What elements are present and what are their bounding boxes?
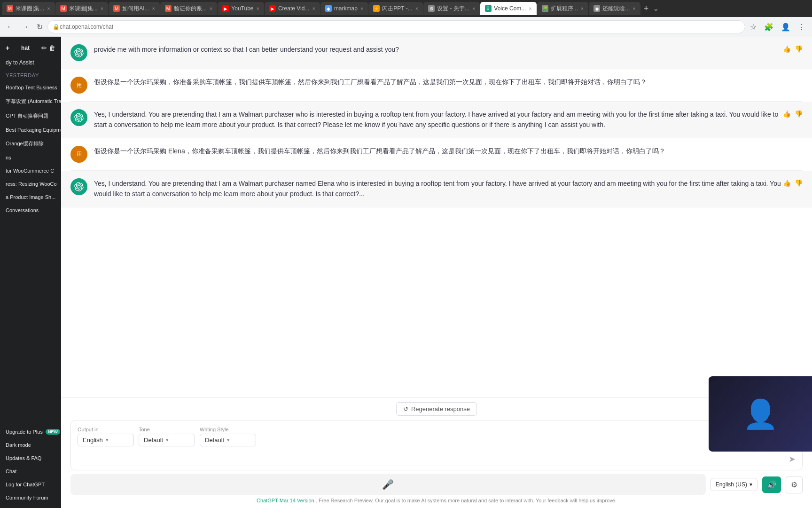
sidebar-product-image[interactable]: a Product Image Sh... [0, 190, 61, 204]
sidebar-item-label: Orange缓存排除 [6, 140, 44, 147]
message-text: 假设你是一个沃尔玛采购 Elena，你准备采购车顶帐篷，我们提供车顶帐篷，然后你… [94, 146, 803, 163]
controls-bar: Output in English ▾ Tone Default ▾ [78, 427, 796, 446]
tab-extensions[interactable]: 🧩 扩展程序... × [537, 2, 588, 15]
writing-style-value: Default [205, 437, 224, 444]
sidebar-resizing[interactable]: ress: Resizing WooCo [0, 177, 61, 190]
forward-button[interactable]: → [19, 21, 32, 33]
footer-description: . Free Research Preview. Our goal is to … [316, 498, 617, 503]
chevron-down-icon: ▾ [227, 437, 230, 443]
send-button[interactable]: ➤ [789, 454, 796, 464]
delete-chat-button[interactable]: 🗑 [49, 44, 55, 52]
sidebar-dark-mode[interactable]: Dark mode [0, 438, 61, 452]
tab-overflow-button[interactable]: ⌄ [651, 5, 661, 12]
regenerate-button[interactable]: ↺ Regenerate response [396, 402, 477, 416]
writing-style-label: Writing Style [200, 427, 256, 432]
message-text: provide me with more information or cont… [94, 44, 783, 61]
tone-select[interactable]: Default ▾ [139, 434, 195, 446]
mic-button-area[interactable]: 🎤 [70, 474, 706, 495]
settings-sliders-button[interactable]: ⚙ [786, 476, 803, 493]
sidebar-updates-faq[interactable]: Updates & FAQ [0, 452, 61, 465]
menu-button[interactable]: ⋮ [795, 21, 808, 33]
avatar: 用 [70, 146, 87, 163]
tab-1[interactable]: M 米课圈|集... × [2, 2, 55, 15]
sidebar-gpt-auto[interactable]: GPT 自动换赛问题 [0, 109, 61, 123]
tab-misc[interactable]: ◉ 还能玩啥... × [589, 2, 640, 15]
sound-button[interactable]: 🔊 [762, 476, 781, 493]
browser-chrome: M 米课圈|集... × M 米课圈|集... × M 如何用AI... × M… [0, 0, 812, 37]
tab-markmap[interactable]: ◆ markmap × [320, 2, 368, 15]
tab-3[interactable]: M 如何用AI... × [109, 2, 160, 15]
sidebar-chat-label: + [6, 44, 9, 52]
sidebar-item-label: GPT 自动换赛问题 [6, 112, 48, 119]
nav-actions: ☆ 🧩 👤 ⋮ [747, 21, 808, 33]
sidebar-ns[interactable]: ns [0, 151, 61, 164]
profile-button[interactable]: 👤 [778, 21, 793, 33]
message-row: 用 假设你是一个沃尔玛采购，你准备采购车顶帐篷，我们提供车顶帐篷，然后你来到我们… [70, 69, 803, 102]
message-text: 假设你是一个沃尔玛采购，你准备采购车顶帐篷，我们提供车顶帐篷，然后你来到我们工厂… [94, 77, 803, 94]
url-text: chat.openai.com/chat [60, 24, 113, 30]
refresh-button[interactable]: ↻ [34, 21, 46, 33]
chevron-down-icon: ▾ [750, 481, 752, 488]
message-text: Yes, I understand. You are pretending th… [94, 109, 783, 130]
message-actions: 👍 👎 [783, 44, 803, 61]
app: + hat ✏ 🗑 dy to Assist Yesterday Rooftop… [0, 37, 812, 508]
message-actions: 👍 👎 [783, 178, 803, 199]
sidebar-upgrade-plus[interactable]: Upgrade to Plus NEW [0, 425, 61, 438]
address-bar[interactable]: 🔒 chat.openai.com/chat [47, 20, 745, 33]
language-select[interactable]: English (US) ▾ [710, 478, 757, 491]
sidebar-title: hat [21, 45, 30, 51]
tab-create-vid[interactable]: ▶ Create Vid... × [265, 2, 320, 15]
tab-2[interactable]: M 米课圈|集... × [55, 2, 109, 15]
thumbup-button[interactable]: 👍 [783, 45, 791, 53]
sidebar-item-label: ns [6, 155, 11, 160]
chat-label: Chat [6, 468, 16, 474]
tab-ppt[interactable]: ⚡ 闪击PPT -... × [368, 2, 423, 15]
new-tab-button[interactable]: + [641, 4, 652, 14]
dark-mode-label: Dark mode [6, 442, 31, 448]
nav-bar: ← → ↻ 🔒 chat.openai.com/chat ☆ 🧩 👤 ⋮ [0, 17, 812, 37]
sidebar-chat[interactable]: Chat [0, 465, 61, 478]
sidebar-item-label: ress: Resizing WooCo [6, 181, 57, 187]
thumbup-button[interactable]: 👍 [783, 179, 791, 187]
sidebar-item-label: tor WooCommerce C [6, 168, 54, 174]
sidebar-item-label: 字幕设置 (Automatic Tra [6, 98, 61, 105]
sound-icon: 🔊 [767, 481, 776, 489]
sidebar-packaging[interactable]: Best Packaging Equipme [0, 123, 61, 136]
bookmark-button[interactable]: ☆ [747, 21, 759, 33]
sidebar-item-label: Best Packaging Equipme [6, 127, 61, 133]
tab-settings[interactable]: ⚙ 设置 - 关于... × [423, 2, 480, 15]
main-content: provide me with more information or cont… [61, 37, 812, 508]
edit-chat-button[interactable]: ✏ [41, 44, 47, 52]
chatgpt-version-link[interactable]: ChatGPT Mar 14 Version [257, 498, 314, 503]
sidebar-rooftop-tent[interactable]: Rooftop Tent Business [0, 81, 61, 94]
sidebar-orange[interactable]: Orange缓存排除 [0, 136, 61, 151]
sidebar-subtitle-settings[interactable]: 字幕设置 (Automatic Tra [0, 94, 61, 109]
sidebar-section-label: Yesterday [0, 70, 61, 81]
tab-voice-com[interactable]: 🎙 Voice Com... × [480, 2, 536, 15]
sidebar-log-for-chatgpt[interactable]: Log for ChatGPT [0, 478, 61, 491]
thumbdown-button[interactable]: 👎 [795, 45, 803, 53]
tab-4[interactable]: M 验证你的账... × [160, 2, 217, 15]
video-placeholder: 👤 [709, 376, 812, 452]
thumbdown-button[interactable]: 👎 [795, 179, 803, 187]
writing-style-select[interactable]: Default ▾ [200, 434, 256, 446]
sidebar-ready-to-assist[interactable]: dy to Assist [0, 56, 61, 70]
sidebar: + hat ✏ 🗑 dy to Assist Yesterday Rooftop… [0, 37, 61, 508]
sidebar-community-forum[interactable]: Community Forum [0, 491, 61, 504]
sidebar-conversations[interactable]: Conversations [0, 204, 61, 217]
output-select[interactable]: English ▾ [78, 434, 134, 446]
thumbup-button[interactable]: 👍 [783, 110, 791, 118]
tab-youtube[interactable]: ▶ YouTube × [218, 2, 264, 15]
output-value: English [83, 437, 103, 444]
sidebar-woocommerce[interactable]: tor WooCommerce C [0, 164, 61, 177]
mic-icon: 🎤 [382, 479, 394, 490]
back-button[interactable]: ← [4, 21, 17, 33]
upgrade-label: Upgrade to Plus [6, 429, 43, 435]
community-forum-label: Community Forum [6, 495, 48, 500]
messages-area: provide me with more information or cont… [61, 37, 812, 397]
avatar [70, 178, 87, 195]
thumbdown-button[interactable]: 👎 [795, 110, 803, 118]
extensions-button[interactable]: 🧩 [761, 21, 776, 33]
sidebar-new-chat[interactable]: + hat ✏ 🗑 [0, 40, 61, 56]
tone-label: Tone [139, 427, 195, 432]
